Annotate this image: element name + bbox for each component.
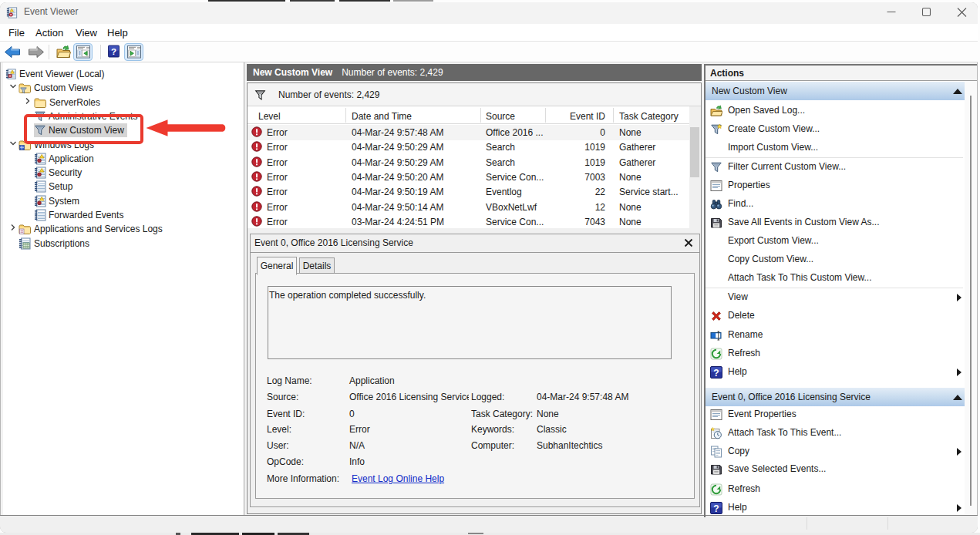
svg-text:?: ?: [111, 47, 116, 56]
